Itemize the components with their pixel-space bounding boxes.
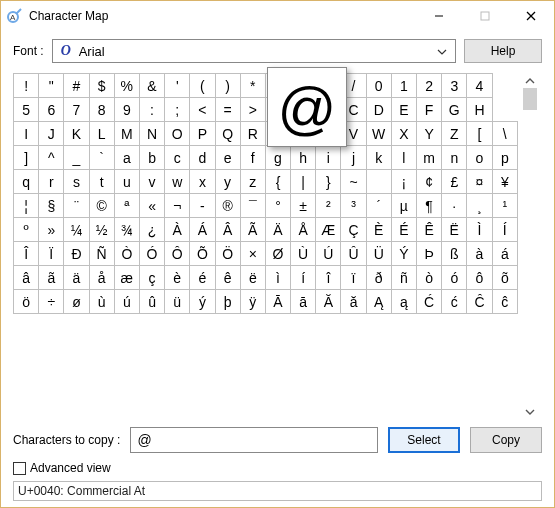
character-cell[interactable]: § bbox=[39, 194, 64, 218]
character-cell[interactable]: \ bbox=[492, 122, 517, 146]
character-cell[interactable]: O bbox=[165, 122, 190, 146]
character-cell[interactable]: X bbox=[391, 122, 416, 146]
character-cell[interactable]: ć bbox=[442, 290, 467, 314]
character-cell[interactable]: ñ bbox=[391, 266, 416, 290]
character-cell[interactable]: ï bbox=[341, 266, 366, 290]
character-cell[interactable]: ô bbox=[467, 266, 492, 290]
character-cell[interactable]: Á bbox=[190, 218, 215, 242]
character-cell[interactable]: µ bbox=[391, 194, 416, 218]
character-cell[interactable]: R bbox=[240, 122, 265, 146]
character-cell[interactable]: 1 bbox=[391, 74, 416, 98]
character-cell[interactable]: 9 bbox=[114, 98, 139, 122]
character-cell[interactable]: ; bbox=[165, 98, 190, 122]
character-cell[interactable]: ¦ bbox=[14, 194, 39, 218]
character-cell[interactable]: Ø bbox=[265, 242, 290, 266]
character-cell[interactable]: - bbox=[190, 194, 215, 218]
character-cell[interactable]: Ú bbox=[316, 242, 341, 266]
character-cell[interactable]: & bbox=[139, 74, 164, 98]
character-cell[interactable]: ¤ bbox=[467, 170, 492, 194]
character-cell[interactable]: Î bbox=[14, 242, 39, 266]
character-cell[interactable]: I bbox=[14, 122, 39, 146]
character-cell[interactable]: L bbox=[89, 122, 114, 146]
character-cell[interactable] bbox=[366, 170, 391, 194]
character-cell[interactable]: ¯ bbox=[240, 194, 265, 218]
character-cell[interactable]: z bbox=[240, 170, 265, 194]
character-cell[interactable]: j bbox=[341, 146, 366, 170]
character-cell[interactable]: m bbox=[417, 146, 442, 170]
character-cell[interactable]: ā bbox=[291, 290, 316, 314]
character-cell[interactable]: Ê bbox=[417, 218, 442, 242]
character-cell[interactable]: á bbox=[492, 242, 517, 266]
character-cell[interactable]: Ë bbox=[442, 218, 467, 242]
character-cell[interactable]: ¢ bbox=[417, 170, 442, 194]
character-cell[interactable]: ì bbox=[265, 266, 290, 290]
character-cell[interactable]: h bbox=[291, 146, 316, 170]
character-cell[interactable]: ¿ bbox=[139, 218, 164, 242]
character-cell[interactable]: ă bbox=[341, 290, 366, 314]
character-cell[interactable]: ý bbox=[190, 290, 215, 314]
character-cell[interactable]: y bbox=[215, 170, 240, 194]
character-cell[interactable]: ¨ bbox=[64, 194, 89, 218]
character-cell[interactable]: ç bbox=[139, 266, 164, 290]
character-cell[interactable]: Ă bbox=[316, 290, 341, 314]
character-cell[interactable]: ú bbox=[114, 290, 139, 314]
character-cell[interactable]: Â bbox=[215, 218, 240, 242]
maximize-button[interactable] bbox=[462, 1, 508, 31]
character-cell[interactable]: F bbox=[417, 98, 442, 122]
character-cell[interactable]: Æ bbox=[316, 218, 341, 242]
character-cell[interactable]: ~ bbox=[341, 170, 366, 194]
character-cell[interactable]: N bbox=[139, 122, 164, 146]
character-cell[interactable]: Û bbox=[341, 242, 366, 266]
character-cell[interactable]: È bbox=[366, 218, 391, 242]
character-cell[interactable]: Y bbox=[417, 122, 442, 146]
character-cell[interactable]: Ä bbox=[265, 218, 290, 242]
character-cell[interactable]: P bbox=[190, 122, 215, 146]
character-cell[interactable]: Õ bbox=[190, 242, 215, 266]
character-cell[interactable]: < bbox=[190, 98, 215, 122]
advanced-view-checkbox[interactable] bbox=[13, 462, 26, 475]
character-cell[interactable]: Z bbox=[442, 122, 467, 146]
character-cell[interactable]: ® bbox=[215, 194, 240, 218]
character-cell[interactable]: G bbox=[442, 98, 467, 122]
character-cell[interactable]: ą bbox=[391, 290, 416, 314]
character-cell[interactable]: J bbox=[39, 122, 64, 146]
character-cell[interactable]: 4 bbox=[467, 74, 492, 98]
character-cell[interactable]: % bbox=[114, 74, 139, 98]
character-cell[interactable]: t bbox=[89, 170, 114, 194]
character-cell[interactable]: ĉ bbox=[492, 290, 517, 314]
character-cell[interactable]: ¶ bbox=[417, 194, 442, 218]
character-cell[interactable]: Ò bbox=[114, 242, 139, 266]
minimize-button[interactable] bbox=[416, 1, 462, 31]
character-cell[interactable]: ó bbox=[442, 266, 467, 290]
character-cell[interactable]: n bbox=[442, 146, 467, 170]
character-cell[interactable]: ÷ bbox=[39, 290, 64, 314]
character-cell[interactable]: e bbox=[215, 146, 240, 170]
character-cell[interactable]: « bbox=[139, 194, 164, 218]
character-cell[interactable]: £ bbox=[442, 170, 467, 194]
character-cell[interactable]: i bbox=[316, 146, 341, 170]
character-cell[interactable]: ¹ bbox=[492, 194, 517, 218]
character-cell[interactable]: ß bbox=[442, 242, 467, 266]
character-cell[interactable]: ± bbox=[291, 194, 316, 218]
character-cell[interactable]: Ñ bbox=[89, 242, 114, 266]
character-cell[interactable]: H bbox=[467, 98, 492, 122]
character-cell[interactable]: ´ bbox=[366, 194, 391, 218]
character-cell[interactable]: f bbox=[240, 146, 265, 170]
character-cell[interactable]: ¡ bbox=[391, 170, 416, 194]
character-cell[interactable]: * bbox=[240, 74, 265, 98]
character-cell[interactable]: : bbox=[139, 98, 164, 122]
character-cell[interactable]: W bbox=[366, 122, 391, 146]
character-cell[interactable]: $ bbox=[89, 74, 114, 98]
character-cell[interactable]: ã bbox=[39, 266, 64, 290]
copy-button[interactable]: Copy bbox=[470, 427, 542, 453]
character-cell[interactable]: { bbox=[265, 170, 290, 194]
help-button[interactable]: Help bbox=[464, 39, 542, 63]
character-cell[interactable]: M bbox=[114, 122, 139, 146]
character-cell[interactable]: ^ bbox=[39, 146, 64, 170]
character-cell[interactable]: > bbox=[240, 98, 265, 122]
character-cell[interactable]: Þ bbox=[417, 242, 442, 266]
character-cell[interactable]: Ü bbox=[366, 242, 391, 266]
character-cell[interactable]: û bbox=[139, 290, 164, 314]
character-cell[interactable]: » bbox=[39, 218, 64, 242]
close-button[interactable] bbox=[508, 1, 554, 31]
